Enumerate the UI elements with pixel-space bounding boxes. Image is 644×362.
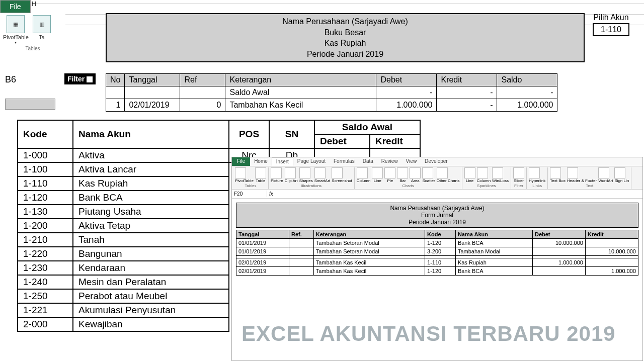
column-button[interactable]: Column (357, 167, 371, 183)
textbox-button[interactable]: Text Box (550, 167, 566, 183)
inset-tab-view[interactable]: View (402, 157, 421, 166)
fx-icon[interactable]: fx (267, 191, 275, 197)
picture-button[interactable]: Picture (271, 167, 283, 183)
jurnal-header: Nama Perusahaan (Sarjayadi Awe) Form Jur… (236, 203, 638, 228)
jurnal-table: TanggalRef.KeteranganKodeNama AkunDebetK… (236, 230, 638, 276)
smartart-button[interactable]: SmartArt (314, 167, 331, 183)
table-row[interactable]: 102/01/20190Tambahan Kas Kecil1.000.000-… (106, 99, 557, 112)
line-icon (464, 167, 475, 178)
picture-icon (271, 167, 282, 178)
column-button[interactable]: Column (477, 167, 491, 183)
pivottable-icon (235, 167, 246, 178)
inset-tab-home[interactable]: Home (250, 157, 272, 166)
headerfooter-button[interactable]: Header & Footer (567, 167, 597, 183)
screenshot-button[interactable]: Screenshot (332, 167, 352, 183)
clipart-button[interactable]: Clip Art (285, 167, 298, 183)
line-button[interactable]: Line (372, 167, 383, 183)
slicer-button[interactable]: Slicer (513, 167, 524, 183)
inset-tab-developer[interactable]: Developer (421, 157, 452, 166)
table-row[interactable]: 01/01/2019Tambahan Setoran Modal1-120Ban… (236, 239, 638, 247)
inset-tab-formulas[interactable]: Formulas (330, 157, 359, 166)
table-row[interactable]: 02/01/2019Tambahan Kas Kecil1-120Bank BC… (236, 267, 638, 276)
cell-reference: B6 (5, 74, 16, 85)
signlin-button[interactable]: Sign Lin (614, 167, 629, 183)
area-icon (410, 167, 421, 178)
pie-icon (384, 167, 395, 178)
pilih-akun: Pilih Akun 1-110 (593, 13, 629, 36)
inset-name-box[interactable]: F20 (232, 191, 267, 197)
ribbon-group-tables: Tables (0, 46, 65, 51)
table-button[interactable]: Table (255, 167, 266, 183)
report-header: Nama Perusahaan (Sarjayadi Awe) Buku Bes… (106, 13, 585, 62)
clipart-icon (285, 167, 296, 178)
wordart-button[interactable]: WordArt (598, 167, 613, 183)
pie-button[interactable]: Pie (384, 167, 395, 183)
area-button[interactable]: Area (410, 167, 421, 183)
pivottable-button[interactable]: ▦ PivotTable ▾ (3, 15, 29, 45)
wordart-icon (598, 167, 609, 178)
table-icon (255, 167, 266, 178)
table-row[interactable]: Saldo Awal--- (106, 86, 557, 99)
inset-file-tab[interactable]: File (232, 157, 250, 166)
textbox-icon (550, 167, 561, 178)
pivottable-icon: ▦ (7, 15, 25, 33)
shapes-button[interactable]: Shapes (299, 167, 313, 183)
slicer-icon (513, 167, 524, 178)
pilih-akun-value[interactable]: 1-110 (593, 23, 629, 36)
table-row[interactable]: 02/01/2019Tambahan Kas Kecil1-110Kas Rup… (236, 258, 638, 267)
pivottable-button[interactable]: PivotTable (235, 167, 254, 183)
scatter-icon (422, 167, 433, 178)
dropdown-icon: ▾ (3, 40, 29, 45)
ribbon-strip: H (32, 0, 644, 4)
signlin-icon (614, 167, 625, 178)
hyperlink-button[interactable]: Hyperlink (529, 167, 545, 183)
table-icon: ▥ (33, 15, 51, 33)
headerfooter-icon (567, 167, 578, 178)
selected-cell[interactable] (5, 99, 55, 110)
inset-tab-review[interactable]: Review (377, 157, 402, 166)
filter-badge[interactable]: Filter (64, 73, 96, 84)
inset-tab-insert[interactable]: Insert (272, 157, 293, 166)
smartart-icon (314, 167, 326, 178)
file-tab[interactable]: File (0, 0, 31, 13)
watermark-text: EXCEL AKUNTANSI TERBARU 2019 (242, 322, 616, 346)
winloss-icon (492, 167, 503, 178)
scatter-button[interactable]: Scatter (422, 167, 435, 183)
table-button[interactable]: ▥ Ta (33, 15, 51, 40)
hyperlink-icon (529, 167, 540, 178)
bar-icon (397, 167, 408, 178)
table-row[interactable]: 01/01/2019Tambahan Setoran Modal3-200Tam… (236, 247, 638, 256)
othercharts-button[interactable]: Other Charts (437, 167, 460, 183)
winloss-button[interactable]: Win/Loss (492, 167, 509, 183)
line-button[interactable]: Line (464, 167, 475, 183)
line-icon (372, 167, 383, 178)
shapes-icon (299, 167, 310, 178)
screenshot-icon (332, 167, 343, 178)
bar-button[interactable]: Bar (397, 167, 408, 183)
inset-tab-pagelayout[interactable]: Page Layout (293, 157, 330, 166)
column-icon (357, 167, 368, 178)
othercharts-icon (437, 167, 448, 178)
inset-tab-data[interactable]: Data (359, 157, 377, 166)
ledger-table: No Tanggal Ref Keterangan Debet Kredit S… (106, 73, 557, 112)
column-icon (477, 167, 488, 178)
